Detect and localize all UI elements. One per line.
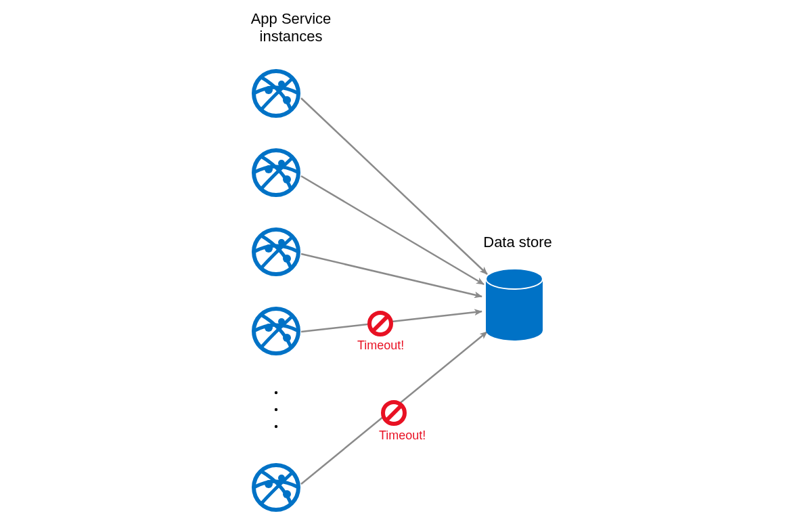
globe-icon bbox=[254, 309, 298, 353]
arrow-2 bbox=[301, 176, 484, 284]
globe-icon bbox=[254, 150, 298, 195]
app-service-instances-label: App Serviceinstances bbox=[233, 10, 348, 46]
globe-icon bbox=[254, 71, 298, 116]
no-entry-icon bbox=[369, 313, 391, 334]
globe-icon bbox=[254, 230, 298, 274]
app-service-instances bbox=[254, 71, 298, 510]
svg-point-7 bbox=[275, 408, 277, 411]
svg-point-8 bbox=[275, 425, 277, 428]
globe-icon bbox=[254, 465, 298, 510]
arrow-3 bbox=[301, 254, 482, 297]
data-store-icon bbox=[486, 269, 543, 341]
svg-point-6 bbox=[275, 391, 277, 394]
arrow-1 bbox=[301, 98, 487, 274]
data-store-label: Data store bbox=[474, 234, 562, 251]
timeout-label-2: Timeout! bbox=[379, 429, 426, 443]
arrows bbox=[301, 98, 487, 484]
no-entry-icon bbox=[383, 402, 405, 424]
ellipsis-dots bbox=[275, 391, 277, 428]
diagram-canvas bbox=[0, 0, 812, 524]
timeout-icons bbox=[369, 313, 405, 424]
timeout-label-1: Timeout! bbox=[357, 339, 404, 353]
